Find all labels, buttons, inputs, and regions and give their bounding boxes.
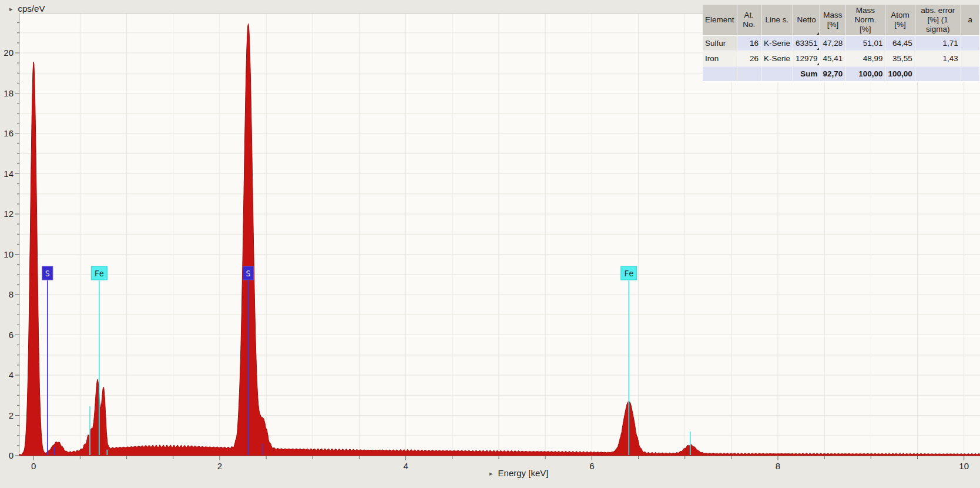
x-tick-label: 2 bbox=[217, 461, 222, 471]
col-header-err[interactable]: abs. error [%] (1 sigma) bbox=[915, 5, 961, 36]
svg-text:Fe: Fe bbox=[95, 269, 104, 278]
col-header-netto[interactable]: Netto bbox=[793, 5, 820, 36]
cell-element: Iron bbox=[703, 51, 737, 66]
element-marker-S[interactable]: S bbox=[42, 266, 53, 280]
col-header-atom[interactable]: Atom [%] bbox=[885, 5, 915, 36]
sum-cell-massnorm: 100,00 bbox=[845, 66, 885, 82]
cell-atno: 26 bbox=[737, 51, 761, 66]
eds-analysis-window: { "window": { "background": "#e9e8e3", "… bbox=[0, 0, 980, 488]
y-tick-label: 10 bbox=[4, 249, 14, 259]
col-header-massnorm[interactable]: Mass Norm. [%] bbox=[845, 5, 885, 36]
cell-netto: 63351 bbox=[793, 36, 820, 51]
y-tick-label: 2 bbox=[9, 410, 14, 420]
cell-massnorm: 51,01 bbox=[845, 36, 885, 51]
sum-cell-atom: 100,00 bbox=[885, 66, 915, 82]
svg-text:S: S bbox=[45, 269, 50, 278]
cell-netto: 12979 bbox=[793, 51, 820, 66]
axis-arrow-icon[interactable]: ▸ bbox=[489, 470, 493, 477]
y-tick-label: 0 bbox=[9, 450, 14, 460]
y-tick-label: 16 bbox=[4, 128, 14, 138]
cell-err: 1,71 bbox=[915, 36, 961, 51]
cell-line: K-Serie bbox=[761, 51, 793, 66]
x-tick-label: 6 bbox=[589, 461, 594, 471]
cell-atom: 35,55 bbox=[885, 51, 915, 66]
svg-text:Fe: Fe bbox=[624, 269, 633, 278]
col-header-element[interactable]: Element bbox=[703, 5, 737, 36]
x-tick-label: 0 bbox=[31, 461, 36, 471]
y-tick-label: 12 bbox=[4, 209, 14, 219]
sum-cell-atno bbox=[737, 66, 761, 82]
sum-cell-netto: Sum bbox=[793, 66, 820, 82]
quantification-table: ElementAt. No.Line s.NettoMass [%]Mass N… bbox=[703, 5, 980, 82]
axis-arrow-icon[interactable]: ▸ bbox=[9, 5, 13, 13]
sum-cell-element bbox=[703, 66, 737, 82]
element-marker-Fe[interactable]: Fe bbox=[621, 266, 637, 280]
svg-text:S: S bbox=[246, 269, 250, 278]
cell-atno: 16 bbox=[737, 36, 761, 51]
table-sum-row: Sum92,70100,00100,00 bbox=[703, 66, 980, 82]
cell-element: Sulfur bbox=[703, 36, 737, 51]
col-header-atno[interactable]: At. No. bbox=[737, 5, 761, 36]
x-tick-label: 4 bbox=[403, 461, 408, 471]
sum-cell-cut bbox=[961, 66, 979, 82]
col-header-line[interactable]: Line s. bbox=[761, 5, 793, 36]
element-marker-Fe[interactable]: Fe bbox=[91, 266, 107, 280]
y-tick-label: 8 bbox=[9, 289, 14, 299]
cell-cut bbox=[961, 51, 979, 66]
table-header-row: ElementAt. No.Line s.NettoMass [%]Mass N… bbox=[703, 5, 980, 36]
y-tick-label: 14 bbox=[4, 169, 14, 179]
x-tick-label: 8 bbox=[776, 461, 780, 471]
y-tick-label: 4 bbox=[9, 370, 14, 380]
sum-cell-line bbox=[761, 66, 793, 82]
y-tick-label: 6 bbox=[9, 330, 14, 340]
y-axis-title: ▸cps/eV bbox=[9, 4, 45, 14]
cell-cut bbox=[961, 36, 979, 51]
sum-cell-err bbox=[915, 66, 961, 82]
x-axis-title: ▸Energy [keV] bbox=[489, 468, 548, 478]
table-row[interactable]: Sulfur16K-Serie6335147,2851,0164,451,71 bbox=[703, 36, 980, 51]
cell-atom: 64,45 bbox=[885, 36, 915, 51]
cell-mass: 45,41 bbox=[820, 51, 845, 66]
y-tick-label: 20 bbox=[4, 48, 14, 58]
table-row[interactable]: Iron26K-Serie1297945,4148,9935,551,43 bbox=[703, 51, 980, 66]
cell-mass: 47,28 bbox=[820, 36, 845, 51]
cell-massnorm: 48,99 bbox=[845, 51, 885, 66]
cell-line: K-Serie bbox=[761, 36, 793, 51]
x-axis-title-label: Energy [keV] bbox=[498, 468, 549, 478]
x-tick-label: 10 bbox=[959, 461, 969, 471]
element-marker-S[interactable]: S bbox=[243, 266, 254, 280]
col-header-cut[interactable]: a bbox=[961, 5, 979, 36]
y-tick-label: 18 bbox=[4, 88, 14, 98]
cell-err: 1,43 bbox=[915, 51, 961, 66]
sum-cell-mass: 92,70 bbox=[820, 66, 845, 82]
y-axis-title-label: cps/eV bbox=[18, 4, 45, 14]
col-header-mass[interactable]: Mass [%] bbox=[820, 5, 845, 36]
